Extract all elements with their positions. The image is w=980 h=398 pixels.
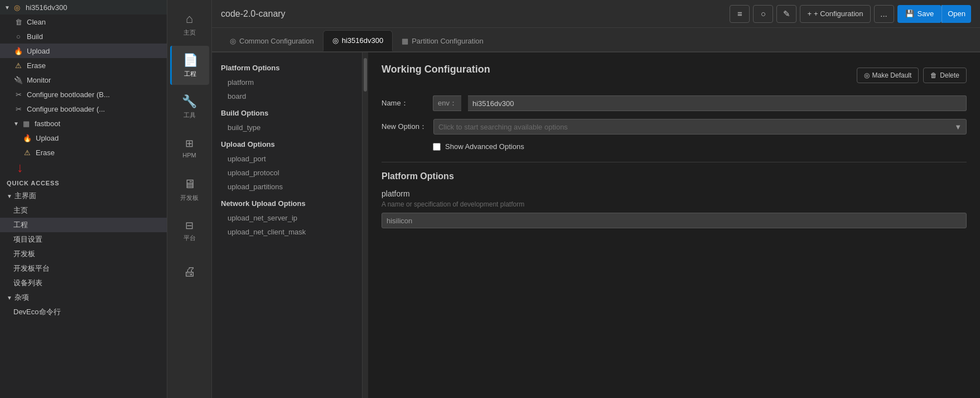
config-name-input[interactable]: [468, 95, 967, 111]
sidebar-item-clean[interactable]: 🗑 Clean: [0, 15, 167, 29]
sidebar-label-项目设置: 项目设置: [13, 234, 42, 244]
sidebar-item-monitor[interactable]: 🔌 Monitor: [0, 73, 167, 87]
show-advanced-checkbox[interactable]: [433, 143, 441, 151]
plus-icon: +: [807, 9, 812, 18]
scroll-thumb: [364, 58, 367, 92]
sidebar-item-fastboot-erase[interactable]: ⚠ Erase: [0, 145, 167, 160]
sidebar-item-label: hi3516dv300: [26, 3, 67, 12]
sidebar-item-主页[interactable]: 主页: [0, 203, 167, 218]
sidebar-item-设备列表[interactable]: 设备列表: [0, 276, 167, 290]
gear-icon-b: ✂: [13, 89, 23, 99]
activity-item-hpm[interactable]: ⊞ HPM: [170, 128, 209, 167]
sidebar-label-开发板平台: 开发板平台: [13, 263, 50, 274]
platform-field-desc: A name or specification of development p…: [382, 200, 967, 208]
top-bar: code-2.0-canary ≡ ○ ✎ + + Configuration …: [212, 0, 980, 28]
sidebar-item-fastboot-upload[interactable]: 🔥 Upload: [0, 131, 167, 145]
option-item-platform[interactable]: platform: [212, 75, 362, 89]
tab-partition-configuration[interactable]: ▦ Partition Configuration: [393, 30, 493, 51]
name-row: Name： env：: [382, 95, 967, 111]
option-item-upload-port[interactable]: upload_port: [212, 152, 362, 166]
activity-item-devboard[interactable]: 🖥 开发板: [170, 170, 209, 209]
save-button[interactable]: 💾 Save: [897, 5, 942, 23]
quick-access-header: QUICK ACCESS: [0, 175, 167, 189]
option-item-upload-partitions[interactable]: upload_partitions: [212, 180, 362, 194]
delete-button[interactable]: 🗑 Delete: [923, 68, 967, 83]
option-item-board[interactable]: board: [212, 89, 362, 103]
save-icon: 💾: [905, 9, 914, 18]
sidebar-item-fastboot[interactable]: ▼ ▦ fastboot: [0, 116, 167, 131]
sidebar-item-deveco[interactable]: DevEco命令行: [0, 305, 167, 319]
section-title-build-options: Build Options: [212, 103, 362, 121]
name-label: Name：: [382, 98, 426, 108]
add-configuration-button[interactable]: + + Configuration: [800, 5, 870, 23]
sidebar-item-build[interactable]: ○ Build: [0, 29, 167, 44]
sidebar-item-upload[interactable]: 🔥 Upload: [0, 44, 167, 58]
tab-hi3516dv300[interactable]: ◎ hi3516dv300: [323, 30, 393, 51]
activity-label-project: 工程: [184, 70, 196, 78]
config-panel: Working Configuration ◎ Make Default 🗑 D…: [368, 52, 980, 398]
tab-hi3516-label: hi3516dv300: [342, 36, 383, 45]
sidebar-label-build: Build: [27, 32, 43, 41]
home-icon: ⌂: [186, 12, 193, 26]
activity-item-home[interactable]: ⌂ 主页: [170, 4, 209, 44]
hpm-icon: ⊞: [185, 137, 194, 150]
sidebar-item-工程[interactable]: 工程: [0, 218, 167, 232]
tab-common-configuration[interactable]: ◎ Common Configuration: [221, 30, 323, 51]
activity-item-device[interactable]: 🖨: [170, 252, 209, 291]
new-option-dropdown[interactable]: Click to start searching available optio…: [433, 119, 967, 135]
sidebar-label-杂项: 杂项: [15, 292, 29, 303]
option-item-upload-net-server-ip[interactable]: upload_net_server_ip: [212, 211, 362, 225]
activity-item-tools[interactable]: 🔧 工具: [170, 87, 209, 126]
tab-hi3516-icon: ◎: [332, 36, 339, 45]
sidebar-label-clean: Clean: [27, 18, 46, 26]
section-title-platform-options: Platform Options: [212, 58, 362, 75]
platform-field-value[interactable]: hisilicon: [382, 213, 967, 228]
sidebar-item-开发板[interactable]: 开发板: [0, 247, 167, 261]
chevron-hi3516dv300: ▼: [4, 4, 10, 11]
project-icon: 📄: [183, 53, 198, 68]
section-divider: [382, 162, 967, 162]
upload-icon: 🔥: [13, 46, 23, 56]
sidebar-item-开发板平台[interactable]: 开发板平台: [0, 261, 167, 276]
config-header-actions: ◎ Make Default 🗑 Delete: [857, 68, 967, 83]
save-open-group: 💾 Save Open: [897, 5, 971, 23]
activity-label-devboard: 开发板: [180, 194, 199, 202]
delete-label: Delete: [940, 71, 959, 79]
top-bar-actions: ≡ ○ ✎ + + Configuration ... 💾 Save Open: [730, 5, 971, 23]
gear-icon-e: ✂: [13, 104, 23, 114]
refresh-button[interactable]: ○: [753, 5, 773, 23]
devboard-icon: 🖥: [184, 177, 196, 191]
sidebar-item-hi3516dv300[interactable]: ▼ ◎ hi3516dv300: [0, 0, 167, 15]
options-panel: Platform Options platform board Build Op…: [212, 52, 363, 398]
activity-item-platform[interactable]: ⊟ 平台: [170, 211, 209, 250]
open-button[interactable]: Open: [942, 5, 971, 23]
option-item-upload-protocol[interactable]: upload_protocol: [212, 166, 362, 180]
sidebar-label-erase: Erase: [27, 61, 46, 70]
activity-label-hpm: HPM: [182, 152, 196, 159]
option-item-upload-net-client-mask[interactable]: upload_net_client_mask: [212, 225, 362, 239]
sidebar-item-erase[interactable]: ⚠ Erase: [0, 58, 167, 73]
sidebar-item-杂项[interactable]: ▼ 杂项: [0, 290, 167, 305]
tab-partition-icon: ▦: [402, 37, 408, 45]
new-option-label: New Option：: [382, 122, 427, 132]
config-section-title: Working Configuration: [382, 64, 490, 75]
activity-item-project[interactable]: 📄 工程: [170, 46, 209, 85]
list-view-button[interactable]: ≡: [730, 5, 750, 23]
platform-field-name: platform: [382, 189, 967, 198]
make-default-button[interactable]: ◎ Make Default: [857, 68, 919, 83]
sidebar-label-主页: 主页: [13, 205, 28, 215]
scrollbar[interactable]: [363, 52, 368, 398]
save-label: Save: [918, 9, 934, 18]
sidebar-item-项目设置[interactable]: 项目设置: [0, 232, 167, 247]
main-content: code-2.0-canary ≡ ○ ✎ + + Configuration …: [212, 0, 980, 398]
tabs-bar: ◎ Common Configuration ◎ hi3516dv300 ▦ P…: [212, 28, 980, 52]
red-arrow-indicator: ↓: [0, 161, 167, 174]
sidebar-label-monitor: Monitor: [27, 76, 51, 84]
option-item-build-type[interactable]: build_type: [212, 121, 362, 135]
sidebar-item-主界面[interactable]: ▼ 主界面: [0, 189, 167, 203]
edit-button[interactable]: ✎: [776, 5, 796, 23]
more-options-button[interactable]: ...: [874, 5, 894, 23]
sidebar-item-configure-e[interactable]: ✂ Configure bootloader (...: [0, 102, 167, 116]
sidebar-item-configure-b[interactable]: ✂ Configure bootloader (B...: [0, 87, 167, 102]
tab-common-label: Common Configuration: [239, 37, 314, 45]
